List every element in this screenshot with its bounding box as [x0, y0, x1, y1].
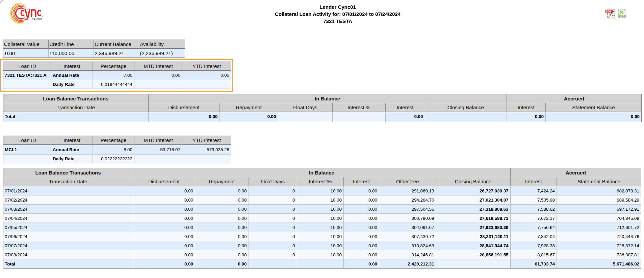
svg-text:PDF: PDF	[606, 10, 612, 13]
svg-text:XLS: XLS	[620, 15, 624, 17]
